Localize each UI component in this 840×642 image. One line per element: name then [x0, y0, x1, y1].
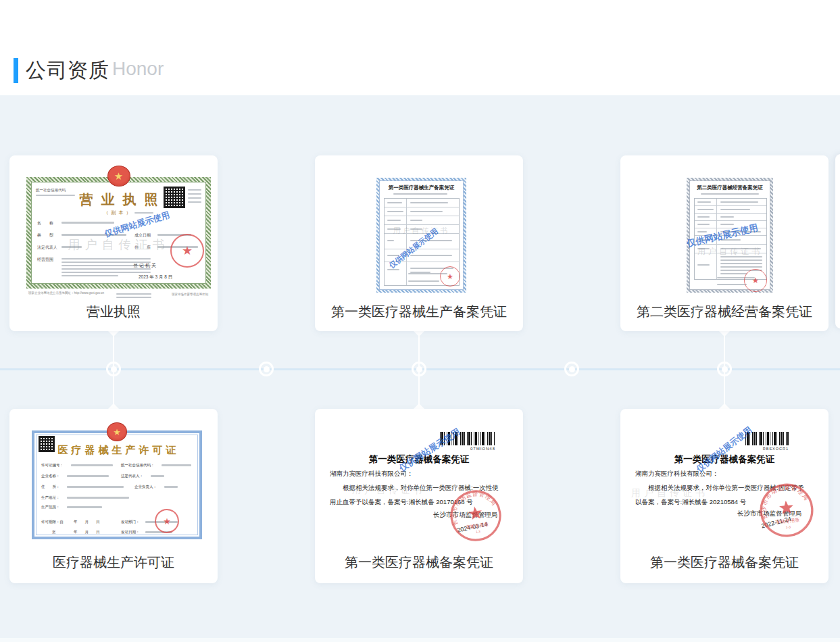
- connector-arrow-up-icon: [414, 403, 424, 409]
- license-footer-right: 国家市场监督管理总局监制: [172, 293, 208, 297]
- column-divider: [406, 207, 407, 216]
- field-type-label: 类 型: [37, 232, 53, 239]
- card-caption: 第一类医疗器械备案凭证: [315, 553, 523, 572]
- table-row: [385, 207, 459, 216]
- timeline-dot: [106, 362, 121, 376]
- page-subtitle: Honor: [112, 58, 164, 80]
- seal-stamp: ★: [440, 266, 460, 287]
- blurred-text: [720, 216, 734, 218]
- blurred-text: [71, 464, 113, 466]
- column-divider: [716, 214, 717, 220]
- blurred-text: [697, 201, 711, 203]
- timeline-dot-center: [722, 366, 728, 372]
- section-bottom-strip: [0, 638, 840, 642]
- card-caption: 营业执照: [9, 303, 218, 321]
- date-units: 年 月 日: [74, 530, 100, 535]
- letter-body-line: 湖南力宾医疗科技有限公司：: [635, 470, 818, 478]
- seal-sub-label: 1-3: [785, 524, 791, 529]
- blurred-text: [717, 284, 747, 285]
- blurred-text: [134, 212, 153, 214]
- seal-stamp: 长沙市市场监督管理局 审核专用章 1-3: [445, 485, 506, 546]
- field-label: 许可证编号：: [41, 463, 64, 468]
- certificate-card-business-license[interactable]: ★ 统一社会信用代码 营业执照 （副本） 名 称 类 型 法定代表人 经营范围: [9, 155, 218, 331]
- blurred-text: [151, 475, 164, 477]
- field-label: 至: [52, 530, 56, 535]
- blurred-text: [164, 486, 178, 488]
- field-label: 生产范围：: [41, 505, 60, 510]
- registrar-label: 登记机关: [133, 262, 157, 269]
- seal-label: 审核专用章: [775, 517, 799, 525]
- field-label: 发证日期：: [121, 530, 140, 535]
- issue-date: 2023 年 3 月 8 日: [139, 274, 172, 280]
- certificate-card-operation-record[interactable]: 第二类医疗器械经营备案凭证: [620, 155, 829, 331]
- timeline-dot: [412, 362, 426, 376]
- blurred-text: [61, 222, 114, 224]
- blurred-text: [697, 216, 710, 218]
- field-scope-label: 经营范围: [37, 257, 53, 263]
- certificate-card-record-letter[interactable]: RBSXOCR1 第一类医疗器械备案凭证 湖南力宾医疗科技有限公司： 根据相关法…: [620, 409, 829, 583]
- accent-bar: [14, 58, 18, 83]
- record-certificate: 第二类医疗器械经营备案凭证: [687, 178, 773, 293]
- record-title: 第一类医疗器械生产备案凭证: [380, 184, 463, 191]
- svg-text:长沙市市场监督管理局: 长沙市市场监督管理局: [447, 487, 500, 527]
- timeline-dot: [259, 362, 274, 376]
- license-subtitle: （副本）: [32, 209, 205, 216]
- card-caption: 第二类医疗器械经营备案凭证: [620, 303, 829, 321]
- blurred-text: [188, 193, 201, 195]
- blurred-text: [720, 266, 762, 268]
- blurred-text: [387, 211, 403, 212]
- connector-arrow-up-icon: [108, 403, 119, 409]
- record-title: 第二类医疗器械经营备案凭证: [690, 184, 770, 191]
- blurred-text: [387, 220, 401, 221]
- timeline-dot-center: [569, 366, 575, 372]
- watermark-gray: 用户自传证书: [393, 226, 450, 236]
- table-row: [385, 216, 459, 225]
- blurred-text: [697, 209, 714, 210]
- certificate-card-production-record[interactable]: 第一类医疗器械生产备案凭证 ★ 用户自传证书 仅供网站展示使用 第一类医疗器: [315, 155, 523, 331]
- field-name-label: 名 称: [37, 220, 53, 226]
- field-label: 住 所：: [41, 485, 60, 489]
- certificate-card-record-letter[interactable]: 07MION48 第一类医疗器械备案凭证 湖南力宾医疗科技有限公司： 根据相关法…: [315, 409, 523, 583]
- field-label: 统一社会信用代码：: [121, 463, 155, 468]
- watermark-gray: 用户自传证书: [68, 237, 170, 253]
- watermark-gray: 用户自传证书: [697, 246, 762, 257]
- timeline-dot: [564, 362, 579, 376]
- star-glyph: ★: [113, 427, 121, 437]
- field-legal-label: 法定代表人: [37, 245, 57, 251]
- certificate-card-production-license[interactable]: ★ 医疗器械生产许可证 许可证编号： 统一社会信用代码： 企业名称： 法定代表人…: [9, 409, 218, 583]
- license-body: 统一社会信用代码 营业执照 （副本） 名 称 类 型 法定代表人 经营范围: [31, 182, 206, 284]
- star-glyph: ★: [447, 272, 453, 281]
- blurred-text: [410, 255, 452, 256]
- card-caption: 医疗器械生产许可证: [9, 553, 218, 572]
- blurred-text: [61, 272, 151, 273]
- watermark-gray: 用户自传证书: [352, 485, 425, 497]
- card-caption: 第一类医疗器械生产备案凭证: [315, 303, 523, 321]
- letter-body-line: 湖南力宾医疗科技有限公司：: [330, 470, 512, 478]
- star-glyph: ★: [752, 276, 760, 285]
- column-divider: [716, 199, 717, 205]
- column-divider: [716, 206, 717, 213]
- blurred-text: [67, 475, 109, 477]
- blurred-text: [188, 201, 201, 203]
- blurred-text: [387, 240, 394, 241]
- date-units: 年 月 日: [74, 520, 100, 524]
- record-certificate: 第一类医疗器械生产备案凭证 ★ 用户自传证书 仅供网站展示使用: [376, 178, 466, 293]
- seal-stamp: ★: [744, 269, 767, 292]
- license-footer-left: 国家企业信用信息公示系统网址：http://www.gsxt.gov.cn: [28, 291, 109, 295]
- blurred-text: [162, 464, 191, 466]
- blurred-text: [410, 211, 443, 212]
- barcode-number: 07MION48: [440, 447, 495, 451]
- table-row: [385, 199, 459, 207]
- column-divider: [406, 199, 407, 207]
- national-emblem-icon: ★: [107, 422, 127, 441]
- blurred-text: [720, 273, 747, 274]
- field-label: 许可期限：自: [41, 520, 64, 524]
- seal-arc-text: 长沙市市场监督管理局: [758, 482, 812, 520]
- table-row: [695, 214, 766, 221]
- timeline-dot-center: [416, 366, 422, 372]
- qr-code: [164, 187, 185, 208]
- business-license-certificate: ★ 统一社会信用代码 营业执照 （副本） 名 称 类 型 法定代表人 经营范围: [26, 177, 211, 289]
- blurred-text: [701, 193, 759, 195]
- partial-next-card[interactable]: [835, 154, 840, 328]
- column-divider: [716, 221, 717, 228]
